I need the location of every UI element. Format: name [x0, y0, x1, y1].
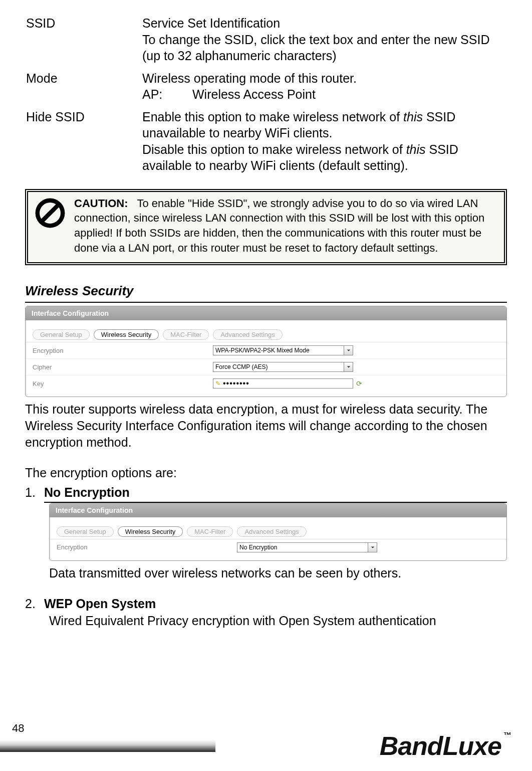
interface-config-panel-2: Interface Configuration General Setup Wi…: [49, 503, 507, 561]
option-2-num: 2.: [25, 596, 44, 613]
page-number: 48: [12, 722, 24, 735]
key-input[interactable]: ✎••••••••: [213, 378, 353, 389]
def-ssid-line1: Service Set Identification: [142, 16, 280, 30]
tab-general-setup-2[interactable]: General Setup: [57, 526, 114, 537]
dropdown-encryption-value: WPA-PSK/WPA2-PSK Mixed Mode: [213, 347, 344, 354]
hide-line2-italic: this: [406, 142, 426, 156]
option-1-title: No Encryption: [44, 484, 507, 503]
brand-text: BandLuxe: [380, 731, 501, 760]
footer-gradient-bar: [0, 740, 215, 752]
term-ssid: SSID: [26, 15, 141, 69]
def-ssid: Service Set Identification To change the…: [142, 15, 506, 69]
interface-config-panel-1: Interface Configuration General Setup Wi…: [25, 306, 507, 397]
key-value: ••••••••: [223, 379, 249, 388]
caution-body: To enable "Hide SSID", we strongly advis…: [74, 197, 484, 254]
dropdown-encryption-2-value: No Encryption: [237, 544, 368, 551]
option-2-desc: Wired Equivalent Privacy encryption with…: [25, 613, 507, 629]
def-hide-ssid: Enable this option to make wireless netw…: [142, 109, 506, 179]
paragraph-intro: This router supports wireless data encry…: [25, 401, 507, 451]
brand-tm: ™: [503, 731, 511, 739]
hide-line1a: Enable this option to make wireless netw…: [142, 110, 403, 124]
chevron-down-icon: [344, 346, 353, 355]
caution-box: CAUTION: To enable "Hide SSID", we stron…: [25, 189, 507, 266]
label-key: Key: [33, 380, 213, 388]
def-mode-subkey: AP:: [142, 86, 192, 103]
def-ssid-line2: To change the SSID, click the text box a…: [142, 33, 489, 63]
pencil-icon: ✎: [215, 380, 221, 387]
hide-line2a: Disable this option to make wireless net…: [142, 142, 406, 156]
label-encryption-2: Encryption: [57, 543, 237, 551]
tab-mac-filter[interactable]: MAC-Filter: [163, 329, 209, 340]
refresh-icon[interactable]: ⟳: [356, 379, 362, 388]
row-cipher: Cipher Force CCMP (AES): [26, 359, 506, 375]
label-cipher: Cipher: [33, 363, 213, 371]
tabs-row-2: General Setup Wireless Security MAC-Filt…: [50, 517, 506, 539]
row-encryption: Encryption WPA-PSK/WPA2-PSK Mixed Mode: [26, 342, 506, 359]
svg-line-1: [42, 205, 59, 222]
prohibition-icon: [35, 196, 67, 256]
tab-wireless-security[interactable]: Wireless Security: [94, 329, 159, 340]
term-mode: Mode: [26, 70, 141, 108]
definitions-table: SSID Service Set Identification To chang…: [25, 14, 507, 180]
option-1: 1. No Encryption: [25, 484, 507, 503]
label-encryption: Encryption: [33, 347, 213, 354]
tab-advanced-settings[interactable]: Advanced Settings: [213, 329, 282, 340]
option-2-title: WEP Open System: [44, 596, 507, 613]
section-title-wireless-security: Wireless Security: [25, 283, 507, 303]
hide-line1-italic: this: [403, 110, 423, 124]
dropdown-cipher[interactable]: Force CCMP (AES): [213, 362, 353, 372]
def-mode-subval: Wireless Access Point: [192, 86, 316, 103]
dropdown-encryption[interactable]: WPA-PSK/WPA2-PSK Mixed Mode: [213, 345, 353, 355]
caution-text: CAUTION: To enable "Hide SSID", we stron…: [74, 196, 497, 256]
option-2: 2. WEP Open System: [25, 596, 507, 613]
panel-header: Interface Configuration: [26, 306, 506, 320]
def-mode: Wireless operating mode of this router. …: [142, 70, 506, 108]
dropdown-encryption-2[interactable]: No Encryption: [237, 542, 377, 552]
chevron-down-icon: [368, 543, 377, 552]
page-footer: 48 BandLuxe™: [0, 716, 532, 771]
row-key: Key ✎•••••••• ⟳: [26, 375, 506, 397]
tab-general-setup[interactable]: General Setup: [33, 329, 90, 340]
option-1-num: 1.: [25, 484, 44, 503]
panel-header-2: Interface Configuration: [50, 503, 506, 517]
def-mode-line1: Wireless operating mode of this router.: [142, 71, 357, 85]
tab-wireless-security-2[interactable]: Wireless Security: [118, 526, 183, 537]
row-encryption-2: Encryption No Encryption: [50, 539, 506, 560]
tab-advanced-settings-2[interactable]: Advanced Settings: [237, 526, 306, 537]
caution-label: CAUTION:: [74, 197, 128, 210]
tab-mac-filter-2[interactable]: MAC-Filter: [187, 526, 233, 537]
option-1-desc: Data transmitted over wireless networks …: [25, 565, 507, 582]
term-hide-ssid: Hide SSID: [26, 109, 141, 179]
paragraph-options-lead: The encryption options are:: [25, 465, 507, 481]
tabs-row: General Setup Wireless Security MAC-Filt…: [26, 320, 506, 342]
chevron-down-icon: [344, 362, 353, 371]
brand-logo: BandLuxe™: [380, 731, 511, 761]
dropdown-cipher-value: Force CCMP (AES): [213, 363, 344, 370]
